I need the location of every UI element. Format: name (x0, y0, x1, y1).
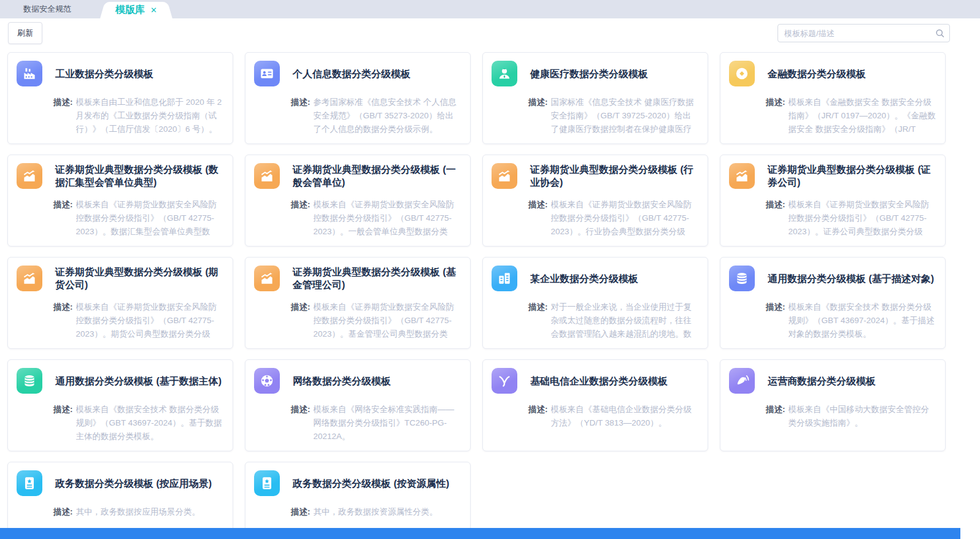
chart-icon (254, 163, 280, 189)
card-desc-text: 模板来自《证券期货业数据安全风险防控数据分类分级指引》（GB/T 42775-2… (789, 198, 937, 239)
card-title: 政务数据分类分级模板 (按资源属性) (293, 477, 449, 490)
card-desc-text: 模板来自《中国移动大数据安全管控分类分级实施指南》。 (789, 403, 937, 430)
card-desc-label: 描述: (53, 96, 73, 136)
search-box (777, 24, 950, 42)
card-desc-text: 国家标准《信息安全技术 健康医疗数据安全指南》（GB/T 39725-2020）… (551, 96, 700, 136)
card-desc-label: 描述: (528, 403, 548, 430)
card-desc-label: 描述: (528, 96, 548, 136)
bottom-scrollbar[interactable] (0, 528, 960, 539)
factory-icon (17, 61, 42, 86)
card-desc-text: 其中，政务数据按资源属性分类。 (314, 505, 462, 519)
card-desc-text: 模板来自《证券期货业数据安全风险防控数据分类分级指引》（GB/T 42775-2… (76, 198, 225, 239)
card-title: 证券期货业典型数据分类分级模板 (期货公司) (55, 266, 224, 291)
template-card[interactable]: 网络数据分类分级模板 描述: 模板来自《网络安全标准实践指南——网络数据分类分级… (245, 359, 471, 451)
template-card[interactable]: 证券期货业典型数据分类分级模板 (行业协会) 描述: 模板来自《证券期货业数据安… (482, 155, 708, 247)
tab-template-library[interactable]: 模版库 ✕ (107, 2, 166, 18)
card-desc-text: 模板来自《金融数据安全 数据安全分级指南》（JR/T 0197—2020）。《金… (789, 96, 937, 136)
template-card[interactable]: 通用数据分类分级模板 (基于描述对象) 描述: 模板来自《数据安全技术 数据分类… (720, 257, 946, 349)
card-desc-label: 描述: (291, 96, 311, 136)
template-card[interactable]: 通用数据分类分级模板 (基于数据主体) 描述: 模板来自《数据安全技术 数据分类… (7, 359, 233, 451)
chart-icon (254, 266, 280, 291)
card-title: 证券期货业典型数据分类分级模板 (数据汇集型会管单位典型) (55, 163, 224, 189)
tab-template-library-label: 模版库 (115, 4, 145, 17)
template-card[interactable]: 个人信息数据分类分级模板 描述: 参考国家标准《信息安全技术 个人信息安全规范》… (245, 52, 471, 144)
search-icon[interactable] (935, 28, 945, 39)
card-title: 基础电信企业数据分类分级模板 (530, 375, 668, 388)
database-icon (17, 368, 42, 394)
template-card[interactable]: 工业数据分类分级模板 描述: 模板来自由工业和信息化部于 2020 年 2 月发… (7, 52, 233, 144)
card-desc-label: 描述: (766, 300, 785, 341)
template-card[interactable]: 某企业数据分类分级模板 描述: 对于一般企业来说，当企业使用过于复杂或太过随意的… (482, 257, 708, 349)
card-desc-text: 对于一般企业来说，当企业使用过于复杂或太过随意的数据分级流程时，往往会数据管理陷… (551, 300, 700, 341)
chart-icon (492, 163, 517, 189)
card-desc-label: 描述: (291, 300, 311, 341)
card-title: 政务数据分类分级模板 (按应用场景) (55, 477, 212, 490)
card-desc-text: 模板来自《证券期货业数据安全风险防控数据分类分级指引》（GB/T 42775-2… (314, 300, 462, 341)
close-tab-icon[interactable]: ✕ (150, 6, 157, 14)
card-desc-text: 模板来自《基础电信企业数据分类分级方法》（YD/T 3813—2020）。 (551, 403, 700, 430)
card-title: 金融数据分类分级模板 (768, 67, 866, 80)
card-title: 证券期货业典型数据分类分级模板 (证券公司) (768, 163, 936, 189)
template-card[interactable]: 证券期货业典型数据分类分级模板 (期货公司) 描述: 模板来自《证券期货业数据安… (7, 257, 233, 349)
toolbar: 刷新 (0, 18, 980, 48)
card-desc-label: 描述: (291, 198, 311, 239)
template-card[interactable]: 健康医疗数据分类分级模板 描述: 国家标准《信息安全技术 健康医疗数据安全指南》… (482, 52, 708, 144)
card-title: 证券期货业典型数据分类分级模板 (行业协会) (530, 163, 699, 189)
card-desc-label: 描述: (53, 198, 73, 239)
card-title: 证券期货业典型数据分类分级模板 (一般会管单位) (293, 163, 461, 189)
chart-icon (17, 266, 42, 291)
gov-badge-icon (254, 470, 280, 496)
card-desc-text: 模板来自《网络安全标准实践指南——网络数据分类分级指引》TC260-PG-202… (314, 403, 462, 443)
telecom-icon (492, 368, 517, 394)
card-title: 运营商数据分类分级模板 (768, 375, 876, 388)
template-card[interactable]: 证券期货业典型数据分类分级模板 (证券公司) 描述: 模板来自《证券期货业数据安… (720, 155, 946, 247)
chart-icon (17, 163, 42, 189)
template-card[interactable]: 运营商数据分类分级模板 描述: 模板来自《中国移动大数据安全管控分类分级实施指南… (720, 359, 946, 451)
id-card-icon (254, 61, 280, 86)
card-desc-label: 描述: (528, 198, 548, 239)
globe-icon (254, 368, 280, 394)
card-desc-text: 模板来自《证券期货业数据安全风险防控数据分类分级指引》（GB/T 42775-2… (314, 198, 462, 239)
template-card[interactable]: 证券期货业典型数据分类分级模板 (一般会管单位) 描述: 模板来自《证券期货业数… (245, 155, 471, 247)
database-icon (729, 266, 755, 291)
card-desc-label: 描述: (53, 403, 73, 443)
card-title: 某企业数据分类分级模板 (530, 272, 638, 285)
card-title: 证券期货业典型数据分类分级模板 (基金管理公司) (293, 266, 461, 291)
card-title: 网络数据分类分级模板 (293, 375, 391, 388)
card-desc-text: 模板来自《数据安全技术 数据分类分级规则》（GBT 43697-2024）。基于… (789, 300, 937, 341)
card-desc-label: 描述: (766, 198, 785, 239)
card-desc-label: 描述: (53, 300, 73, 341)
card-title: 工业数据分类分级模板 (55, 67, 153, 80)
cards-grid: 工业数据分类分级模板 描述: 模板来自由工业和信息化部于 2020 年 2 月发… (0, 48, 980, 539)
satellite-icon (729, 368, 755, 394)
card-desc-text: 模板来自由工业和信息化部于 2020 年 2 月发布的《工业数据分类分级指南（试… (76, 96, 225, 136)
card-desc-label: 描述: (291, 403, 311, 443)
building-icon (492, 266, 517, 291)
card-desc-label: 描述: (766, 403, 785, 430)
tab-data-security-spec[interactable]: 数据安全规范 (14, 0, 81, 18)
card-desc-label: 描述: (528, 300, 548, 341)
template-card[interactable]: 证券期货业典型数据分类分级模板 (基金管理公司) 描述: 模板来自《证券期货业数… (245, 257, 471, 349)
tab-bar: 数据安全规范 模版库 ✕ (0, 0, 980, 18)
template-card[interactable]: 证券期货业典型数据分类分级模板 (数据汇集型会管单位典型) 描述: 模板来自《证… (7, 155, 233, 247)
card-title: 健康医疗数据分类分级模板 (530, 67, 648, 80)
card-desc-label: 描述: (291, 505, 311, 519)
doctor-icon (492, 61, 517, 86)
card-title: 通用数据分类分级模板 (基于数据主体) (55, 375, 222, 388)
card-desc-text: 模板来自《数据安全技术 数据分类分级规则》（GBT 43697-2024）。基于… (76, 403, 225, 443)
template-card[interactable]: 金融数据分类分级模板 描述: 模板来自《金融数据安全 数据安全分级指南》（JR/… (720, 52, 946, 144)
card-desc-text: 参考国家标准《信息安全技术 个人信息安全规范》（GB/T 35273-2020）… (314, 96, 462, 136)
card-desc-label: 描述: (766, 96, 785, 136)
template-card[interactable]: 基础电信企业数据分类分级模板 描述: 模板来自《基础电信企业数据分类分级方法》（… (482, 359, 708, 451)
refresh-button[interactable]: 刷新 (8, 22, 42, 44)
card-title: 个人信息数据分类分级模板 (293, 67, 411, 80)
search-input[interactable] (777, 24, 950, 42)
card-desc-text: 模板来自《证券期货业数据安全风险防控数据分类分级指引》（GB/T 42775-2… (551, 198, 700, 239)
card-desc-text: 模板来自《证券期货业数据安全风险防控数据分类分级指引》（GB/T 42775-2… (76, 300, 225, 341)
gov-badge-icon (17, 470, 42, 496)
card-desc-label: 描述: (53, 505, 73, 519)
card-desc-text: 其中，政务数据按应用场景分类。 (76, 505, 225, 519)
card-title: 通用数据分类分级模板 (基于描述对象) (768, 272, 934, 285)
coin-icon (729, 61, 755, 86)
chart-icon (729, 163, 755, 189)
